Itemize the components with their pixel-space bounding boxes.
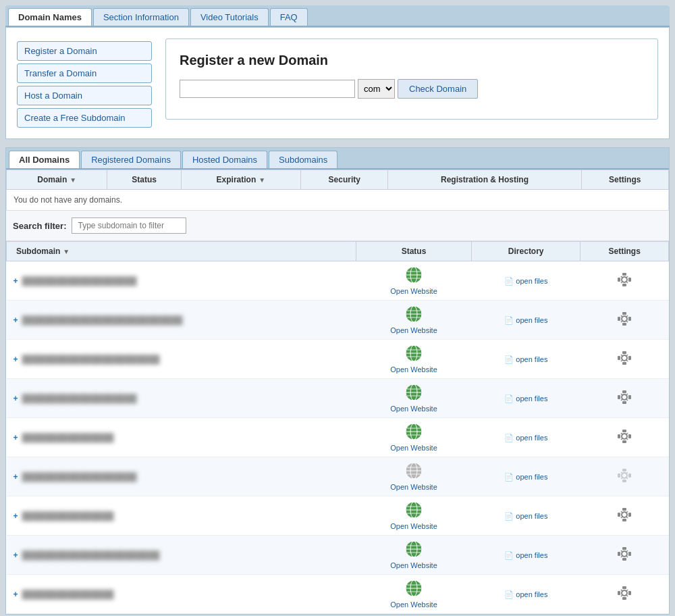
- subdomain-row: +████████████████████████████ Open Websi…: [7, 301, 669, 340]
- svg-rect-85: [618, 552, 620, 556]
- settings-wrench-icon[interactable]: [616, 585, 632, 603]
- check-domain-button[interactable]: Check Domain: [398, 79, 478, 99]
- open-files-link[interactable]: open files: [516, 512, 547, 520]
- tab-domain-names[interactable]: Domain Names: [8, 8, 92, 26]
- svg-rect-72: [622, 508, 626, 511]
- domain-name-input[interactable]: [180, 80, 355, 98]
- open-website-link[interactable]: Open Website: [390, 365, 437, 374]
- settings-wrench-icon[interactable]: [616, 272, 632, 290]
- domains-table: Domain ▼ Status Expiration ▼ Security Re…: [6, 170, 669, 211]
- tab-hosted-domains[interactable]: Hosted Domains: [182, 151, 267, 168]
- search-filter-row: Search filter:: [6, 211, 669, 241]
- sidebar-button-group: Register a Domain Transfer a Domain Host…: [17, 41, 152, 128]
- subdomain-row: +████████████████ Open Website 📄 open fi…: [7, 496, 669, 536]
- open-files-link[interactable]: open files: [516, 473, 547, 481]
- expand-plus[interactable]: +: [14, 355, 18, 364]
- expand-plus[interactable]: +: [14, 472, 18, 482]
- open-website-link[interactable]: Open Website: [390, 522, 437, 530]
- svg-rect-19: [618, 317, 620, 321]
- status-col-header: Status: [107, 170, 181, 190]
- register-domain-button[interactable]: Register a Domain: [17, 41, 152, 61]
- subdomain-status-cell: Open Website: [356, 340, 471, 379]
- settings-wrench-icon[interactable]: [616, 507, 632, 525]
- tab-all-domains[interactable]: All Domains: [9, 151, 80, 168]
- svg-rect-53: [628, 434, 631, 438]
- subdomain-directory-cell: 📄 open files: [472, 301, 580, 340]
- subdomain-name: ████████████████████████████: [22, 315, 183, 325]
- settings-wrench-icon[interactable]: [616, 350, 632, 368]
- subdomain-row: +████████████████████████ Open Website 📄…: [7, 340, 669, 379]
- subdomain-settings-cell: [580, 418, 669, 457]
- subdomain-directory-cell: 📄 open files: [472, 418, 580, 457]
- expand-plus[interactable]: +: [14, 276, 18, 286]
- domain-extension-select[interactable]: com net org info: [358, 79, 395, 99]
- open-website-link[interactable]: Open Website: [390, 600, 437, 609]
- expand-plus[interactable]: +: [14, 394, 18, 403]
- open-files-link[interactable]: open files: [516, 355, 547, 363]
- tab-registered-domains[interactable]: Registered Domains: [81, 151, 181, 168]
- subdomain-table: Subdomain ▼ Status Directory Settings +█…: [6, 241, 669, 614]
- tab-section-information[interactable]: Section Information: [93, 8, 189, 26]
- subdomain-name: ████████████████████████: [22, 550, 160, 560]
- svg-rect-41: [618, 395, 620, 399]
- create-subdomain-button[interactable]: Create a Free Subdomain: [17, 108, 152, 128]
- open-website-globe-icon: [404, 383, 423, 402]
- transfer-domain-button[interactable]: Transfer a Domain: [17, 63, 152, 83]
- expand-plus[interactable]: +: [14, 511, 18, 521]
- expand-plus[interactable]: +: [14, 433, 18, 442]
- subdomain-row: +████████████████████ Open Website 📄 ope…: [7, 261, 669, 301]
- subdomain-row: +████████████████████ Open Website 📄 ope…: [7, 379, 669, 418]
- subdomain-name: ████████████████████: [22, 394, 137, 403]
- svg-rect-52: [618, 434, 620, 438]
- subdomain-directory-cell: 📄 open files: [472, 496, 580, 536]
- subdomain-status-cell: Open Website: [356, 379, 471, 418]
- subdomain-sort-arrow[interactable]: ▼: [63, 248, 70, 255]
- settings-wrench-icon[interactable]: [616, 389, 632, 407]
- file-icon: 📄: [504, 590, 514, 598]
- open-files-link[interactable]: open files: [516, 316, 547, 324]
- settings-col-header: Settings: [581, 170, 668, 190]
- expiration-sort-arrow[interactable]: ▼: [259, 176, 265, 184]
- subdomain-name: ████████████████████: [22, 276, 137, 286]
- search-filter-input[interactable]: [72, 217, 186, 234]
- expand-plus[interactable]: +: [14, 550, 18, 560]
- open-files-link[interactable]: open files: [516, 394, 547, 403]
- open-website-link[interactable]: Open Website: [390, 287, 437, 295]
- svg-rect-50: [622, 430, 626, 432]
- open-files-link[interactable]: open files: [516, 551, 547, 559]
- open-files-link[interactable]: open files: [516, 590, 547, 598]
- tab-video-tutorials[interactable]: Video Tutorials: [190, 8, 269, 26]
- subdomain-name-cell: +████████████████████: [7, 457, 356, 496]
- expand-plus[interactable]: +: [14, 315, 18, 325]
- subdomain-name-cell: +████████████████████████████: [7, 301, 356, 340]
- open-website-link[interactable]: Open Website: [390, 405, 437, 413]
- open-website-link[interactable]: Open Website: [390, 326, 437, 334]
- host-domain-button[interactable]: Host a Domain: [17, 86, 152, 105]
- svg-rect-75: [628, 513, 631, 517]
- open-website-globe-icon: [404, 265, 423, 284]
- settings-wrench-icon[interactable]: [616, 467, 632, 486]
- open-website-link[interactable]: Open Website: [390, 483, 437, 491]
- settings-wrench-icon[interactable]: [616, 311, 632, 329]
- no-domains-row: You do not have any domains.: [7, 190, 669, 211]
- tab-faq[interactable]: FAQ: [270, 8, 308, 26]
- settings-wrench-icon[interactable]: [616, 428, 632, 446]
- open-files-link[interactable]: open files: [516, 277, 547, 285]
- domain-sort-arrow[interactable]: ▼: [70, 176, 76, 184]
- subdomain-row: +████████████████ Open Website 📄 open fi…: [7, 575, 669, 614]
- no-domains-message: You do not have any domains.: [7, 190, 669, 211]
- domain-tab-bar: All Domains Registered Domains Hosted Do…: [6, 148, 669, 170]
- expand-plus[interactable]: +: [14, 590, 18, 599]
- file-icon: 📄: [504, 355, 514, 363]
- open-website-link[interactable]: Open Website: [390, 561, 437, 569]
- settings-wrench-icon[interactable]: [616, 546, 632, 564]
- tab-subdomains[interactable]: Subdomains: [269, 151, 338, 168]
- svg-rect-9: [628, 278, 631, 282]
- subdomain-name-cell: +████████████████: [7, 418, 356, 457]
- subdomain-status-cell: Open Website: [356, 496, 471, 536]
- open-files-link[interactable]: open files: [516, 434, 547, 442]
- domain-input-row: com net org info Check Domain: [180, 79, 644, 99]
- file-icon: 📄: [504, 394, 514, 403]
- svg-rect-28: [622, 351, 626, 354]
- open-website-link[interactable]: Open Website: [390, 444, 437, 452]
